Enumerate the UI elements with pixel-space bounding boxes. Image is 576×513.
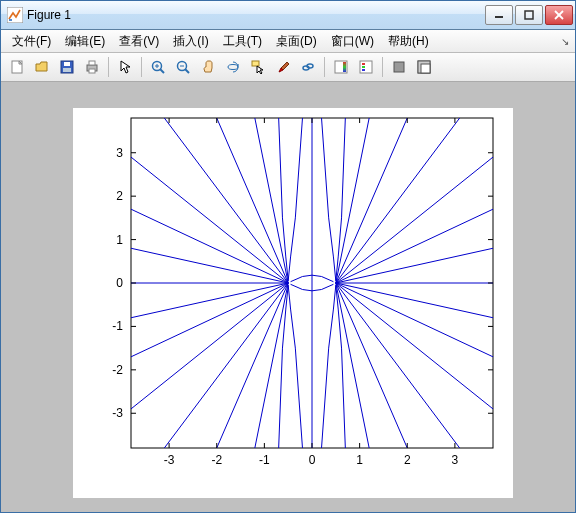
menu-edit[interactable]: 编辑(E) <box>58 31 112 52</box>
svg-text:1: 1 <box>356 453 363 467</box>
new-figure-button[interactable] <box>5 55 29 79</box>
insert-colorbar-button[interactable] <box>329 55 353 79</box>
svg-rect-7 <box>64 62 70 66</box>
close-button[interactable] <box>545 5 573 25</box>
figure-window: Figure 1 文件(F) 编辑(E) 查看(V) 插入(I) 工具(T) 桌… <box>0 0 576 513</box>
svg-rect-10 <box>89 61 95 65</box>
brush-button[interactable] <box>271 55 295 79</box>
hide-tools-button[interactable] <box>387 55 411 79</box>
svg-text:2: 2 <box>116 189 123 203</box>
menu-desktop[interactable]: 桌面(D) <box>269 31 324 52</box>
svg-text:-1: -1 <box>259 453 270 467</box>
svg-text:-1: -1 <box>112 319 123 333</box>
save-button[interactable] <box>55 55 79 79</box>
svg-text:3: 3 <box>116 146 123 160</box>
axes[interactable]: -3-2-10123-3-2-10123 <box>73 108 513 498</box>
dock-figure-button[interactable] <box>412 55 436 79</box>
svg-text:0: 0 <box>309 453 316 467</box>
maximize-button[interactable] <box>515 5 543 25</box>
print-button[interactable] <box>80 55 104 79</box>
svg-rect-2 <box>525 11 533 19</box>
pan-button[interactable] <box>196 55 220 79</box>
menu-view[interactable]: 查看(V) <box>112 31 166 52</box>
titlebar[interactable]: Figure 1 <box>1 1 575 30</box>
svg-line-17 <box>185 69 189 73</box>
menu-window[interactable]: 窗口(W) <box>324 31 381 52</box>
svg-text:-2: -2 <box>211 453 222 467</box>
svg-rect-24 <box>343 62 346 72</box>
svg-point-19 <box>228 65 238 70</box>
svg-line-13 <box>160 69 164 73</box>
menu-file[interactable]: 文件(F) <box>5 31 58 52</box>
svg-text:-2: -2 <box>112 363 123 377</box>
svg-rect-29 <box>394 62 404 72</box>
menu-tools[interactable]: 工具(T) <box>216 31 269 52</box>
rotate-3d-button[interactable] <box>221 55 245 79</box>
svg-text:3: 3 <box>452 453 459 467</box>
svg-rect-11 <box>89 69 95 73</box>
svg-text:1: 1 <box>116 233 123 247</box>
insert-legend-button[interactable] <box>354 55 378 79</box>
svg-text:0: 0 <box>116 276 123 290</box>
window-title: Figure 1 <box>27 8 485 22</box>
menu-insert[interactable]: 插入(I) <box>166 31 215 52</box>
matlab-icon <box>7 7 23 23</box>
svg-rect-25 <box>360 61 372 73</box>
axes-panel: -3-2-10123-3-2-10123 <box>73 108 513 498</box>
zoom-in-button[interactable] <box>146 55 170 79</box>
minimize-button[interactable] <box>485 5 513 25</box>
menu-help[interactable]: 帮助(H) <box>381 31 436 52</box>
menubar: 文件(F) 编辑(E) 查看(V) 插入(I) 工具(T) 桌面(D) 窗口(W… <box>1 30 575 53</box>
zoom-out-button[interactable] <box>171 55 195 79</box>
data-cursor-button[interactable] <box>246 55 270 79</box>
svg-rect-8 <box>63 68 71 72</box>
edit-plot-button[interactable] <box>113 55 137 79</box>
svg-text:-3: -3 <box>164 453 175 467</box>
svg-rect-20 <box>252 61 259 66</box>
svg-text:2: 2 <box>404 453 411 467</box>
toolbar <box>1 53 575 82</box>
open-file-button[interactable] <box>30 55 54 79</box>
menu-overflow-icon[interactable]: ↘ <box>561 36 569 47</box>
svg-text:-3: -3 <box>112 406 123 420</box>
link-plot-button[interactable] <box>296 55 320 79</box>
figure-canvas[interactable]: -3-2-10123-3-2-10123 <box>1 82 575 512</box>
svg-rect-32 <box>421 64 430 73</box>
